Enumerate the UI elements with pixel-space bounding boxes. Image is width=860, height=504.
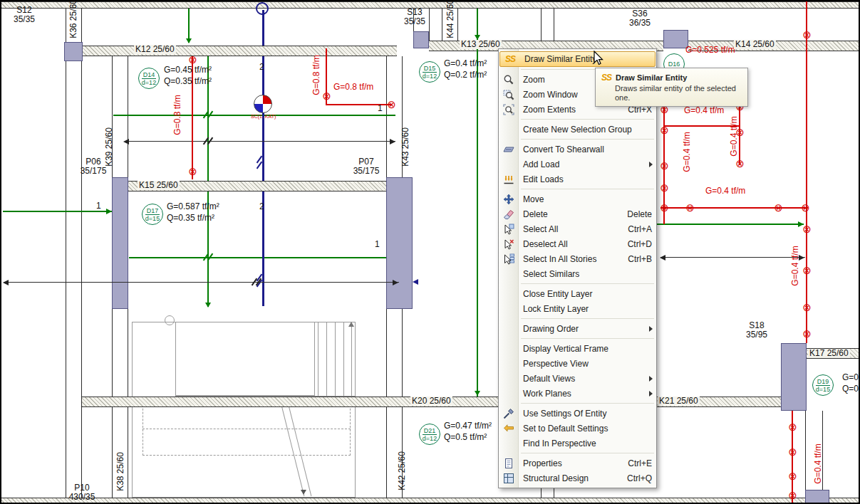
wall-label-p06: P06 35/175 — [75, 157, 112, 176]
beam-k12[interactable] — [82, 46, 397, 56]
beam-band-bottom[interactable] — [1, 498, 860, 504]
shearwall-p06[interactable] — [112, 177, 128, 309]
menu-item-structural-design[interactable]: Structural DesignCtrl+Q — [499, 471, 656, 485]
slab-tag-d15[interactable]: D15d=12 — [419, 61, 440, 83]
load-line[interactable] — [660, 207, 808, 209]
empty-icon-slot — [499, 371, 519, 386]
slab-thickness: d=12 — [423, 73, 437, 80]
load-label: G=0.8 tf/m — [173, 90, 182, 140]
menu-item-work-planes[interactable]: Work Planes — [499, 386, 656, 401]
slab-id: D19 — [816, 378, 830, 386]
column-label-s12: S12 35/35 — [7, 6, 41, 24]
menu-item-select-in-all-stories[interactable]: Select In All StoriesCtrl+B — [499, 251, 656, 266]
menu-item-label: Lock Entity Layer — [523, 304, 656, 314]
wall-label-p07: P07 35/175 — [348, 157, 385, 176]
picker-icon — [499, 406, 519, 421]
beam-edge-line — [66, 9, 66, 498]
grid-bubble-icon — [256, 2, 269, 15]
load-node-icon: ⊗ — [787, 471, 798, 481]
menu-item-convert-to-shearwall[interactable]: Convert To Shearwall — [499, 142, 656, 157]
load-node-icon: ⊗ — [685, 202, 695, 213]
submenu-arrow-icon — [649, 162, 653, 167]
stair-tread — [335, 322, 336, 396]
menu-separator — [521, 453, 654, 453]
menu-item-add-load[interactable]: Add Load — [499, 157, 656, 172]
menu-item-select-similars[interactable]: Select Similars — [499, 266, 656, 281]
slab-tag-d17[interactable]: D17d=15 — [142, 204, 163, 225]
menu-separator — [521, 403, 654, 404]
menu-item-edit-loads[interactable]: Edit Loads — [499, 172, 656, 187]
menu-item-draw-similar-entity[interactable]: SSDraw Similar Entity — [499, 51, 656, 67]
slab-tag-d21[interactable]: D21d=12 — [419, 424, 440, 445]
shearwall-p07[interactable] — [386, 177, 413, 309]
slab-thickness: d=15 — [145, 215, 160, 222]
shearwall-icon — [499, 142, 519, 157]
load-label: G=0.4 tf/m — [814, 439, 823, 489]
axis-number: 1 — [96, 201, 101, 211]
menu-item-perspective-view[interactable]: Perspective View — [499, 356, 656, 371]
load-label: G=0.8 tf/m — [312, 51, 321, 100]
dimension-arrow-icon — [390, 139, 395, 145]
zoom-extents-icon — [499, 102, 519, 117]
menu-item-set-to-default-settings[interactable]: Set to Default Settings — [499, 421, 656, 436]
menu-item-deselect-all[interactable]: Deselect AllCtrl+D — [499, 236, 656, 251]
beam-label-k42: K42 25/60 — [398, 446, 407, 496]
axis-number: 2 — [259, 202, 264, 211]
menu-item-label: Convert To Shearwall — [523, 145, 656, 154]
menu-item-label: Close Entity Layer — [523, 289, 656, 299]
load-node-icon: ⊗ — [802, 265, 812, 275]
load-label: G=0.8 tf/m — [333, 83, 373, 92]
column-s36[interactable] — [663, 30, 688, 48]
menu-item-drawing-order[interactable]: Drawing Order — [499, 321, 656, 336]
column-label-s13: S13 35/35 — [398, 8, 432, 26]
menu-item-shortcut: Ctrl+Q — [627, 473, 652, 483]
slab-load-q: Q=0.5 tf/m² — [444, 433, 487, 442]
draw-similar-icon: SS — [601, 73, 611, 83]
axis-arrow-icon — [106, 209, 112, 214]
undo-icon — [499, 421, 519, 436]
properties-icon — [499, 456, 519, 471]
menu-item-properties[interactable]: PropertiesCtrl+E — [499, 456, 656, 471]
menu-item-shortcut: Ctrl+E — [628, 458, 652, 468]
slab-load-g: G=0.587 tf/m² — [167, 202, 219, 211]
column[interactable] — [805, 490, 829, 504]
menu-item-close-entity-layer[interactable]: Close Entity Layer — [499, 286, 656, 301]
menu-item-label: Drawing Order — [523, 324, 649, 334]
menu-item-select-all[interactable]: Select AllCtrl+A — [499, 221, 656, 236]
menu-item-create-new-selection-group[interactable]: Create New Selection Group — [499, 122, 656, 137]
load-node-icon: ⊗ — [787, 421, 798, 432]
slab-load-q: Q=0.35 tf/m² — [167, 214, 214, 223]
menu-item-label: Set to Default Settings — [523, 424, 656, 434]
slab-tag-d14[interactable]: D14d=12 — [138, 68, 160, 89]
slab-load-g: G=0 — [842, 373, 859, 382]
menu-item-move[interactable]: Move — [499, 191, 656, 206]
slab-id: D21 — [423, 427, 437, 435]
slab-load-q: Q=0 — [842, 384, 859, 394]
menu-separator — [521, 283, 654, 284]
beam-label-k14: K14 25/60 — [734, 40, 776, 49]
column-s13[interactable] — [413, 31, 429, 48]
menu-item-display-vertical-frame[interactable]: Display Vertical Frame — [499, 341, 656, 356]
menu-item-default-views[interactable]: Default Views — [499, 371, 656, 386]
load-node-icon: ⊗ — [787, 446, 798, 457]
section-line — [262, 10, 264, 46]
magnifier-icon — [499, 72, 519, 87]
menu-item-find-in-perspective[interactable]: Find In Perspective — [499, 436, 656, 451]
menu-item-label: Properties — [523, 458, 621, 468]
menu-item-shortcut: Ctrl+B — [628, 254, 652, 264]
menu-item-label: Delete — [523, 209, 620, 219]
column[interactable] — [64, 42, 83, 61]
dimension-arrow-icon — [393, 280, 398, 285]
draw-similar-icon: SS — [500, 52, 520, 66]
menu-item-delete[interactable]: DeleteDelete — [499, 206, 656, 221]
menu-item-use-settings-of-entity[interactable]: Use Settings Of Entity — [499, 406, 656, 421]
column-s18[interactable] — [781, 343, 807, 411]
slab-tag-d19[interactable]: D19d=15 — [812, 374, 834, 396]
column-label-s36: S36 36/35 — [623, 9, 657, 28]
menu-item-lock-entity-layer[interactable]: Lock Entity Layer — [499, 301, 656, 316]
empty-icon-slot — [499, 301, 519, 316]
submenu-arrow-icon — [649, 391, 653, 397]
load-line[interactable] — [806, 1, 807, 343]
dimension-arrow-icon — [123, 139, 129, 145]
load-node-icon: ⊗ — [802, 29, 812, 40]
